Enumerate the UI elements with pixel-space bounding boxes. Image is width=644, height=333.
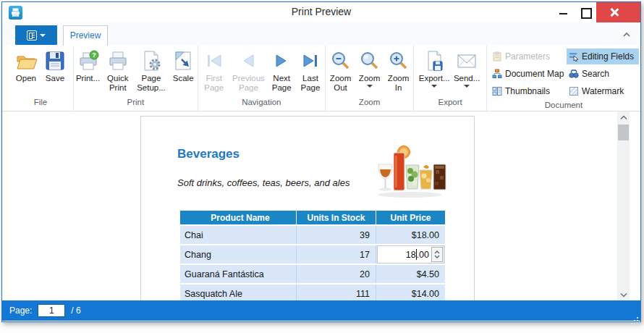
zoom-button[interactable]: Zoom xyxy=(355,47,384,88)
button-label: Document Map xyxy=(505,69,564,79)
spin-buttons[interactable] xyxy=(431,247,443,262)
zoom-out-button[interactable]: Zoom Out xyxy=(326,47,355,93)
group-label-navigation: Navigation xyxy=(198,98,325,111)
button-label: Zoom xyxy=(359,74,380,83)
table-row: Guaraná Fantástica 20 $4.50 xyxy=(180,264,445,283)
maximize-button[interactable] xyxy=(575,2,596,22)
document-page: Beverages Soft drinks, coffees, teas, be… xyxy=(140,116,475,300)
magnifier-plus-icon xyxy=(387,49,410,72)
tab-preview[interactable]: Preview xyxy=(63,25,108,46)
desktop: Print Preview Preview xyxy=(0,0,644,333)
group-label-zoom: Zoom xyxy=(326,98,413,111)
open-button[interactable]: Open xyxy=(12,47,41,83)
thumbnails-icon xyxy=(492,86,502,96)
document-map-button[interactable]: Document Map xyxy=(490,66,567,82)
print-button[interactable]: ? Print... xyxy=(74,47,102,83)
ribbon-group-export: Export... Send... Export xyxy=(414,46,487,111)
statusbar: Page: / 6 xyxy=(2,300,640,321)
minimize-button[interactable] xyxy=(553,2,575,22)
button-label: Editing Fields xyxy=(582,51,634,62)
preview-area[interactable]: Beverages Soft drinks, coffees, teas, be… xyxy=(2,111,640,300)
scroll-up-button[interactable] xyxy=(617,111,630,123)
parameters-button[interactable]: Parameters xyxy=(490,49,567,64)
button-label: Page Setup... xyxy=(134,74,168,93)
button-label: Next Page xyxy=(268,74,295,93)
button-label: Open xyxy=(16,74,36,83)
cell-units: 39 xyxy=(297,226,376,244)
thumbnails-button[interactable]: Thumbnails xyxy=(490,83,567,99)
page-scale-icon xyxy=(171,49,195,72)
cell-price[interactable]: $18.00 xyxy=(376,226,445,244)
product-table: Product Name Units In Stock Unit Price C… xyxy=(180,211,445,300)
page-floppy-icon xyxy=(423,49,446,72)
button-label: Search xyxy=(582,69,609,79)
titlebar[interactable]: Print Preview xyxy=(2,2,640,22)
button-label: Scale xyxy=(173,74,194,83)
cell-price[interactable]: $4.50 xyxy=(376,265,445,283)
spin-up-icon[interactable] xyxy=(434,250,440,254)
beverages-photo xyxy=(371,138,448,201)
quick-print-button[interactable]: Quick Print xyxy=(102,47,133,93)
page-gear-icon xyxy=(140,49,163,72)
report-title: Beverages xyxy=(177,147,240,161)
collapse-ribbon-chevron-icon[interactable] xyxy=(622,30,632,40)
vertical-scrollbar[interactable] xyxy=(617,111,630,300)
first-page-button[interactable]: First Page xyxy=(198,47,230,93)
editing-fields-icon xyxy=(569,51,579,62)
open-folder-icon xyxy=(14,49,38,72)
table-header-row: Product Name Units In Stock Unit Price xyxy=(180,211,445,224)
close-button[interactable] xyxy=(596,2,640,22)
last-page-button[interactable]: Last Page xyxy=(296,47,325,93)
header-product-name: Product Name xyxy=(180,211,297,224)
zoom-in-button[interactable]: Zoom In xyxy=(384,47,413,93)
cell-product: Chang xyxy=(180,245,297,264)
resize-grip[interactable] xyxy=(637,317,638,319)
magnifier-icon xyxy=(358,49,381,72)
chevron-down-icon xyxy=(620,292,627,298)
button-label: Zoom Out xyxy=(327,74,355,93)
button-label: Send... xyxy=(454,74,480,83)
button-label: Print... xyxy=(76,74,100,83)
watermark-button[interactable]: Watermark xyxy=(567,83,639,99)
chevron-down-icon xyxy=(431,85,437,88)
export-button[interactable]: Export... xyxy=(418,47,451,88)
envelope-icon xyxy=(455,49,478,72)
previous-page-button[interactable]: Previous Page xyxy=(230,47,268,93)
binoculars-icon xyxy=(569,69,579,79)
ribbon-group-navigation: First Page Previous Page Next Page xyxy=(198,46,326,111)
floppy-disk-icon xyxy=(43,49,67,72)
spin-down-icon[interactable] xyxy=(434,255,440,258)
header-units-in-stock: Units In Stock xyxy=(297,211,376,224)
watermark-icon xyxy=(569,86,579,96)
table-row: Sasquatch Ale 111 $14.00 xyxy=(180,283,445,300)
save-button[interactable]: Save xyxy=(41,47,69,83)
svg-text:?: ? xyxy=(92,51,96,59)
page-number-input[interactable] xyxy=(38,304,65,317)
editing-fields-button[interactable]: Editing Fields xyxy=(567,49,639,64)
group-label-document: Document xyxy=(487,101,640,111)
header-unit-price: Unit Price xyxy=(376,211,445,224)
scale-button[interactable]: Scale xyxy=(169,47,198,83)
next-page-button[interactable]: Next Page xyxy=(267,47,296,93)
page-setup-button[interactable]: Page Setup... xyxy=(133,47,169,93)
ribbon-tab-row: Preview xyxy=(2,22,640,46)
button-label: Watermark xyxy=(582,86,624,96)
scrollbar-thumb[interactable] xyxy=(618,125,629,140)
ribbon-group-document: Parameters Editing Fields xyxy=(487,46,640,111)
scroll-down-button[interactable] xyxy=(617,289,630,300)
button-label: Parameters xyxy=(505,51,550,62)
cell-product: Chai xyxy=(180,226,297,244)
button-label: Thumbnails xyxy=(505,86,550,96)
send-button[interactable]: Send... xyxy=(451,47,483,88)
application-menu-button[interactable] xyxy=(15,25,57,45)
table-row: Chang 17 18.00 xyxy=(180,244,445,264)
cell-product: Sasquatch Ale xyxy=(180,284,297,300)
search-button[interactable]: Search xyxy=(567,66,639,82)
edit-value: 18.00 xyxy=(406,249,429,260)
ribbon-group-zoom: Zoom Out Zoom xyxy=(326,46,414,111)
unit-price-edit-field[interactable]: 18.00 xyxy=(377,245,444,264)
next-page-icon xyxy=(270,49,293,72)
cell-price[interactable]: $14.00 xyxy=(376,284,445,300)
ribbon: Open Save File xyxy=(2,46,640,111)
printer-question-icon: ? xyxy=(77,49,100,72)
